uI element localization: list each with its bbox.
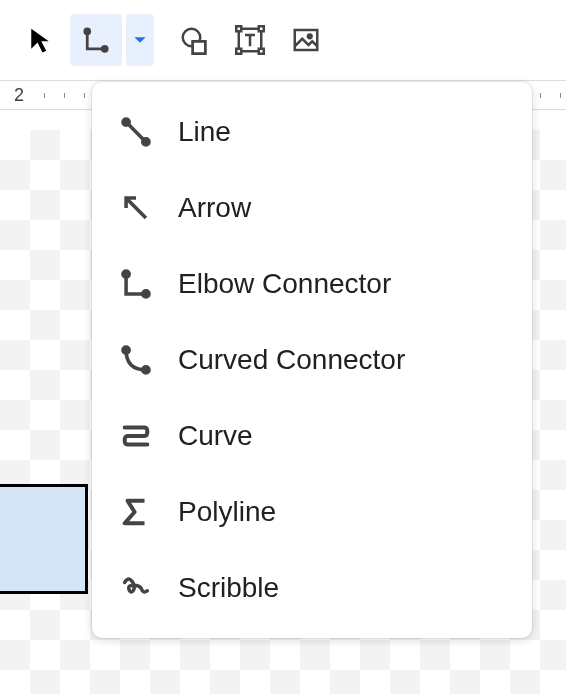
svg-point-17 <box>143 367 149 373</box>
textbox-icon <box>235 25 265 55</box>
curved-connector-icon <box>114 338 158 382</box>
line-tool-dropdown-button[interactable] <box>126 14 154 66</box>
menu-item-scribble[interactable]: Scribble <box>92 550 532 626</box>
svg-point-13 <box>143 139 149 145</box>
menu-item-curved-connector[interactable]: Curved Connector <box>92 322 532 398</box>
svg-rect-6 <box>236 26 241 31</box>
svg-point-1 <box>102 46 107 51</box>
menu-item-curve[interactable]: Curve <box>92 398 532 474</box>
menu-item-polyline[interactable]: Polyline <box>92 474 532 550</box>
toolbar <box>0 0 566 80</box>
line-icon <box>114 110 158 154</box>
menu-item-label: Curve <box>178 420 253 452</box>
select-tool-button[interactable] <box>14 14 66 66</box>
menu-item-line[interactable]: Line <box>92 94 532 170</box>
menu-item-label: Polyline <box>178 496 276 528</box>
polyline-icon <box>114 490 158 534</box>
ruler-number: 2 <box>14 85 24 106</box>
cursor-icon <box>25 25 55 55</box>
svg-point-11 <box>308 34 312 38</box>
line-tool-dropdown-menu: Line Arrow Elbow Connector <box>92 82 532 638</box>
arrow-icon <box>114 186 158 230</box>
line-tool-button[interactable] <box>70 14 122 66</box>
svg-rect-7 <box>259 26 264 31</box>
scribble-icon <box>114 566 158 610</box>
shape-tool-button[interactable] <box>168 14 220 66</box>
chevron-down-icon <box>133 33 147 47</box>
elbow-connector-icon <box>114 262 158 306</box>
curve-icon <box>114 414 158 458</box>
textbox-tool-button[interactable] <box>224 14 276 66</box>
menu-item-elbow-connector[interactable]: Elbow Connector <box>92 246 532 322</box>
image-icon <box>291 25 321 55</box>
menu-item-label: Line <box>178 116 231 148</box>
elbow-line-icon <box>81 25 111 55</box>
menu-item-label: Elbow Connector <box>178 268 391 300</box>
svg-rect-10 <box>295 30 318 50</box>
svg-point-15 <box>143 291 149 297</box>
svg-rect-9 <box>259 49 264 54</box>
svg-rect-8 <box>236 49 241 54</box>
image-tool-button[interactable] <box>280 14 332 66</box>
svg-rect-3 <box>193 41 206 54</box>
menu-item-label: Scribble <box>178 572 279 604</box>
shape-icon <box>179 25 209 55</box>
menu-item-label: Curved Connector <box>178 344 405 376</box>
menu-item-arrow[interactable]: Arrow <box>92 170 532 246</box>
canvas-shape[interactable] <box>0 484 88 594</box>
menu-item-label: Arrow <box>178 192 251 224</box>
